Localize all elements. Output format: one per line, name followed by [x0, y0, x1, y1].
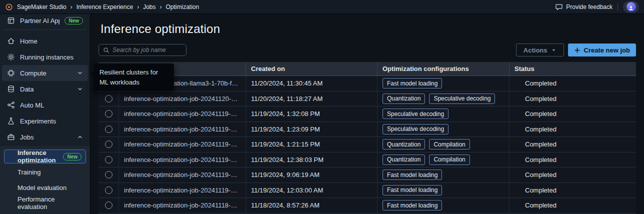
search-input[interactable]: [112, 46, 182, 54]
app-window: SageMaker Studio›Inference Experience›Jo…: [0, 0, 644, 214]
table-row: inference-optimization-job-20241119-1702…: [98, 168, 636, 183]
check-circle-icon: [514, 141, 522, 148]
created-on-cell: 11/20/2024, 11:30:45 AM: [246, 76, 377, 91]
row-radio-button[interactable]: [105, 156, 112, 164]
sidebar-item-jobs[interactable]: Jobs: [2, 129, 88, 145]
chat-bubble-icon: [555, 3, 563, 11]
check-circle-icon: [514, 172, 522, 178]
sidebar-subitem-inference-optimization[interactable]: Inference optimization New: [4, 150, 86, 164]
tooltip-text: Resilient clusters for ML workloads: [100, 68, 158, 86]
chevron-down-icon: [77, 86, 83, 92]
jobs-subpanel: Inference optimization New Training Mode…: [0, 146, 90, 214]
sagemaker-logo-icon: [5, 3, 13, 11]
actions-button[interactable]: Actions: [516, 44, 564, 56]
check-circle-icon: [514, 95, 522, 102]
status-label: Completed: [525, 140, 556, 148]
sidebar-subitem-training[interactable]: Training: [4, 165, 86, 179]
check-circle-icon: [514, 156, 522, 163]
created-on-cell: 11/19/2024, 1:23:09 PM: [246, 122, 377, 137]
created-on-cell: 11/18/2024, 8:57:26 AM: [246, 198, 377, 213]
configurations-cell: Fast model loading: [377, 198, 509, 213]
sidebar-subitem-performance-evaluation[interactable]: Performance evaluation: [4, 196, 86, 210]
page-title: Inference optimization: [100, 22, 220, 36]
plus-icon: [574, 47, 580, 54]
table-row: inference-optimization-job-20241119-2036…: [98, 152, 636, 168]
status-cell: Completed: [514, 140, 556, 148]
configuration-tag: Quantization: [382, 139, 425, 150]
sidebar-item-auto-ml[interactable]: Auto ML: [2, 97, 88, 113]
configuration-tag: Quantization: [382, 154, 425, 165]
configuration-tag: Compilation: [429, 139, 470, 150]
status-label: Completed: [525, 126, 556, 133]
user-menu-button[interactable]: [623, 1, 639, 13]
sidebar-subitem-label: Inference optimization: [18, 149, 63, 164]
status-label: Completed: [525, 202, 556, 209]
tooltip: Resilient clusters for ML workloads: [94, 64, 174, 91]
table-row: inference-optimization-job-20241120-1917…: [98, 92, 636, 107]
table-row: inference-optimization-job-20241119-2113…: [98, 137, 636, 152]
job-name-link[interactable]: inference-optimization-job-20241119-2131…: [124, 110, 240, 118]
row-radio-button[interactable]: [105, 202, 112, 209]
sidebar-item-compute[interactable]: Compute: [2, 65, 88, 81]
sidebar-subitem-model-evaluation[interactable]: Model evaluation: [4, 180, 86, 194]
check-circle-icon: [514, 202, 522, 209]
configuration-tag: Quantization: [382, 94, 425, 104]
row-radio-button[interactable]: [105, 171, 112, 178]
created-on-cell: 11/19/2024, 9:06:19 AM: [246, 168, 377, 182]
configurations-cell: QuantizationCompilation: [377, 137, 509, 152]
job-name-link[interactable]: inference-optimization-job-20241119-1702…: [124, 171, 240, 178]
sidebar-item-partner-ai-apps[interactable]: Partner AI Apps New: [2, 14, 88, 28]
sidebar-item-home[interactable]: Home: [2, 33, 88, 49]
database-icon: [7, 85, 15, 93]
sidebar-subitem-label: Training: [18, 168, 82, 176]
breadcrumb-item-jobs[interactable]: Jobs: [143, 4, 156, 10]
job-name-link[interactable]: inference-optimization-job-20241119-2036…: [124, 156, 240, 164]
job-name-link[interactable]: inference-optimization-job-20241119-2118…: [124, 126, 240, 133]
configurations-cell: Fast model loading: [377, 183, 509, 198]
app-grid-icon: [7, 16, 15, 24]
job-name-link[interactable]: inference-optimization-job-20241118-1656…: [124, 202, 240, 209]
row-radio-button[interactable]: [105, 140, 112, 148]
sidebar-item-experiments[interactable]: Experiments: [2, 113, 88, 129]
sidebar: Partner AI Apps New Home Running instanc…: [0, 14, 90, 214]
sidebar-item-label: Running instances: [20, 54, 83, 61]
top-bar-right: Provide feedback: [555, 1, 639, 13]
job-name-link[interactable]: inference-optimization-job-20241119-0802…: [124, 186, 240, 194]
row-radio-button[interactable]: [105, 110, 112, 118]
check-circle-icon: [514, 80, 522, 87]
sidebar-subitem-label: Performance evaluation: [18, 196, 82, 210]
search-icon: [103, 47, 110, 54]
new-badge: New: [63, 153, 82, 160]
sidebar-item-label: Data: [20, 86, 72, 93]
briefcase-icon: [7, 133, 15, 141]
job-name-link[interactable]: inference-optimization-job-20241119-2113…: [124, 140, 240, 148]
sidebar-item-label: Auto ML: [20, 102, 83, 109]
configurations-cell: Fast model loading: [377, 168, 509, 182]
job-name-link[interactable]: inference-optimization-job-20241120-1917…: [124, 95, 240, 102]
row-radio-button[interactable]: [105, 186, 112, 194]
table-row: inference-optimization-job-20241119-0802…: [98, 183, 636, 198]
create-new-job-button[interactable]: Create new job: [568, 44, 636, 56]
breadcrumb-item-optimization[interactable]: Optimization: [166, 4, 200, 10]
table-header-status: Status: [509, 62, 636, 76]
chevron-up-icon: [77, 134, 83, 140]
header-buttons: Actions Create new job: [516, 44, 636, 56]
gear-icon: [7, 53, 15, 61]
sidebar-item-label: Jobs: [20, 134, 72, 141]
row-radio-button[interactable]: [105, 126, 112, 133]
breadcrumb-item-inference-experience[interactable]: Inference Experience: [76, 4, 133, 10]
row-radio-button[interactable]: [105, 95, 112, 102]
status-cell: Completed: [514, 171, 556, 178]
configuration-tag: Speculative decoding: [382, 124, 448, 134]
sidebar-item-running-instances[interactable]: Running instances: [2, 49, 88, 65]
table-row: inference-optimization-job-20241119-2118…: [98, 122, 636, 138]
breadcrumb-separator: ›: [160, 4, 162, 10]
provide-feedback-button[interactable]: Provide feedback: [555, 3, 612, 11]
sidebar-item-data[interactable]: Data: [2, 81, 88, 97]
created-on-cell: 11/19/2024, 12:03:00 AM: [246, 183, 377, 198]
top-bar-divider: [618, 3, 618, 11]
created-on-cell: 11/19/2024, 1:32:08 PM: [246, 106, 377, 122]
search-box: [98, 44, 186, 56]
table-header-created-on: Created on: [246, 62, 377, 76]
breadcrumb-item-sagemaker-studio[interactable]: SageMaker Studio: [17, 4, 66, 10]
